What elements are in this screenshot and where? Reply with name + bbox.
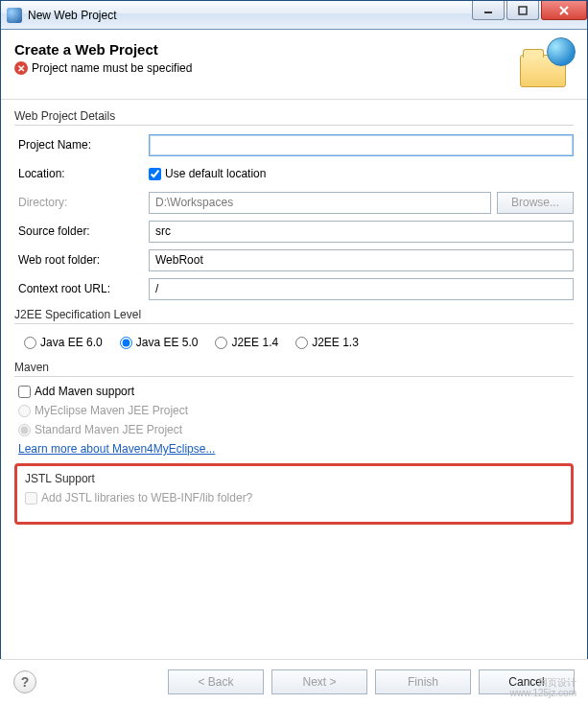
help-button[interactable]: ?: [13, 670, 36, 693]
footer: ? < Back Next > Finish Cancel 网页设计www.12…: [0, 659, 588, 704]
add-maven-support-checkbox[interactable]: [18, 386, 31, 398]
context-root-input[interactable]: [149, 278, 574, 300]
use-default-location-option[interactable]: Use default location: [149, 167, 266, 180]
radio-myeclipse-maven: MyEclipse Maven JEE Project: [18, 404, 570, 417]
group-jstl: JSTL Support Add JSTL libraries to WEB-I…: [14, 463, 574, 525]
radio-j2ee14[interactable]: J2EE 1.4: [215, 336, 278, 349]
add-jstl-option: Add JSTL libraries to WEB-INF/lib folder…: [25, 491, 563, 505]
cancel-button[interactable]: Cancel: [479, 669, 575, 694]
content: Web Project Details Project Name: Locati…: [1, 100, 587, 534]
radio-javaee6-input[interactable]: [24, 337, 36, 349]
add-maven-support-label: Add Maven support: [35, 385, 134, 398]
error-icon: ✕: [14, 61, 28, 75]
directory-input: [149, 192, 491, 214]
group-web-project-details: Web Project Details Project Name: Locati…: [14, 109, 574, 300]
add-jstl-label: Add JSTL libraries to WEB-INF/lib folder…: [41, 491, 252, 505]
banner-graphic: [520, 41, 574, 87]
group-j2ee: J2EE Specification Level Java EE 6.0 Jav…: [14, 308, 574, 353]
group-title-j2ee: J2EE Specification Level: [14, 308, 574, 324]
radio-standard-maven: Standard Maven JEE Project: [18, 423, 570, 436]
add-jstl-checkbox: [25, 492, 37, 505]
back-button: < Back: [168, 669, 264, 694]
radio-javaee5[interactable]: Java EE 5.0: [120, 336, 199, 349]
maximize-icon: [518, 6, 528, 15]
radio-myeclipse-maven-input: [18, 405, 31, 417]
banner: Create a Web Project ✕ Project name must…: [1, 30, 587, 100]
label-source-folder: Source folder:: [14, 224, 149, 238]
svg-rect-1: [519, 7, 527, 14]
radio-standard-maven-input: [18, 424, 31, 436]
radio-j2ee13-input[interactable]: [295, 337, 308, 349]
web-root-input[interactable]: [149, 249, 574, 271]
page-title: Create a Web Project: [14, 41, 520, 58]
close-button[interactable]: [541, 1, 587, 20]
maximize-button[interactable]: [506, 1, 539, 20]
label-location: Location:: [14, 167, 149, 180]
browse-button: Browse...: [497, 192, 574, 214]
project-name-input[interactable]: [149, 134, 574, 156]
label-project-name: Project Name:: [14, 138, 149, 152]
minimize-button[interactable]: [472, 1, 505, 20]
radio-javaee6[interactable]: Java EE 6.0: [24, 336, 103, 349]
add-maven-support-option[interactable]: Add Maven support: [18, 385, 570, 398]
group-title-jstl: JSTL Support: [25, 472, 563, 487]
minimize-icon: [483, 6, 493, 15]
label-directory: Directory:: [14, 196, 149, 209]
group-title-maven: Maven: [14, 361, 574, 377]
window-title: New Web Project: [28, 9, 470, 22]
next-button: Next >: [271, 669, 367, 694]
source-folder-input[interactable]: [149, 221, 574, 243]
label-web-root: Web root folder:: [14, 253, 149, 267]
globe-icon: [547, 37, 576, 66]
use-default-location-label: Use default location: [165, 167, 266, 180]
close-icon: [558, 6, 570, 15]
radio-j2ee14-input[interactable]: [215, 337, 227, 349]
group-title-details: Web Project Details: [14, 109, 574, 126]
titlebar: New Web Project: [1, 1, 587, 30]
maven-learn-more-link[interactable]: Learn more about Maven4MyEclipse...: [18, 442, 215, 456]
error-message: Project name must be specified: [32, 61, 192, 75]
finish-button: Finish: [375, 669, 471, 694]
radio-j2ee13[interactable]: J2EE 1.3: [295, 336, 359, 349]
use-default-location-checkbox[interactable]: [149, 168, 161, 180]
radio-javaee5-input[interactable]: [120, 337, 132, 349]
group-maven: Maven Add Maven support MyEclipse Maven …: [14, 361, 574, 456]
label-context-root: Context root URL:: [14, 282, 149, 295]
window-controls: [470, 1, 587, 29]
app-icon: [7, 8, 22, 23]
